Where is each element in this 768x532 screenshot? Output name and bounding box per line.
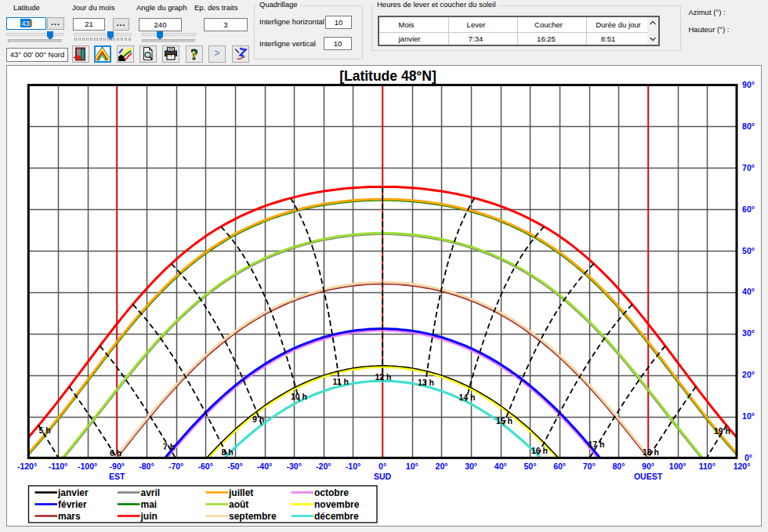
- svg-text:19 h: 19 h: [714, 426, 730, 436]
- svg-text:60°: 60°: [553, 461, 566, 471]
- svg-text:-50°: -50°: [227, 461, 242, 471]
- svg-text:110°: 110°: [699, 461, 715, 471]
- svg-text:8 h: 8 h: [222, 447, 234, 457]
- svg-text:septembre: septembre: [229, 511, 277, 522]
- svg-text:mars: mars: [58, 511, 81, 522]
- svg-text:100°: 100°: [669, 461, 686, 471]
- svg-text:-70°: -70°: [168, 461, 183, 471]
- svg-text:13 h: 13 h: [418, 378, 434, 387]
- svg-text:0°: 0°: [744, 453, 752, 462]
- svg-text:avril: avril: [141, 487, 161, 498]
- svg-text:10°: 10°: [406, 461, 418, 471]
- svg-text:-120°: -120°: [17, 461, 37, 471]
- svg-text:-10°: -10°: [346, 461, 360, 471]
- svg-text:60°: 60°: [742, 204, 755, 214]
- svg-text:30°: 30°: [742, 328, 755, 338]
- svg-text:15 h: 15 h: [496, 416, 513, 425]
- svg-text:7 h: 7 h: [163, 442, 175, 451]
- svg-text:mai: mai: [141, 499, 158, 510]
- svg-text:EST: EST: [109, 472, 125, 481]
- svg-text:12 h: 12 h: [375, 372, 392, 382]
- svg-text:OUEST: OUEST: [634, 472, 663, 481]
- svg-text:14 h: 14 h: [459, 393, 476, 402]
- svg-text:0°: 0°: [379, 461, 386, 471]
- svg-text:80°: 80°: [612, 461, 625, 471]
- svg-text:50°: 50°: [742, 246, 755, 255]
- svg-text:10 h: 10 h: [291, 392, 307, 401]
- svg-text:août: août: [229, 499, 248, 510]
- svg-text:80°: 80°: [742, 121, 755, 131]
- svg-text:-90°: -90°: [110, 461, 125, 471]
- svg-text:90°: 90°: [642, 461, 654, 471]
- svg-text:octobre: octobre: [314, 487, 349, 498]
- svg-text:20°: 20°: [436, 461, 448, 471]
- svg-text:-60°: -60°: [198, 461, 213, 471]
- svg-text:16 h: 16 h: [531, 446, 548, 455]
- svg-text:-30°: -30°: [287, 461, 302, 471]
- svg-text:9 h: 9 h: [252, 414, 264, 424]
- svg-text:17 h: 17 h: [589, 440, 605, 449]
- svg-text:juin: juin: [140, 511, 158, 522]
- svg-text:février: février: [58, 499, 87, 510]
- svg-text:70°: 70°: [742, 163, 755, 172]
- svg-text:-110°: -110°: [49, 461, 68, 471]
- svg-text:décembre: décembre: [314, 511, 359, 522]
- svg-text:6 h: 6 h: [110, 448, 121, 458]
- svg-text:juillet: juillet: [228, 487, 253, 498]
- svg-text:janvier: janvier: [57, 487, 89, 498]
- svg-text:120°: 120°: [734, 461, 751, 471]
- svg-text:novembre: novembre: [314, 499, 360, 510]
- svg-text:-20°: -20°: [316, 461, 331, 471]
- svg-text:-100°: -100°: [78, 461, 97, 471]
- svg-text:70°: 70°: [583, 461, 596, 471]
- svg-text:40°: 40°: [494, 461, 507, 471]
- svg-text:-40°: -40°: [257, 461, 272, 471]
- svg-text:30°: 30°: [465, 461, 477, 471]
- svg-text:SUD: SUD: [374, 472, 392, 481]
- svg-text:40°: 40°: [742, 287, 755, 296]
- svg-text:-80°: -80°: [139, 461, 154, 471]
- svg-text:10°: 10°: [742, 411, 755, 421]
- svg-text:11 h: 11 h: [333, 377, 349, 386]
- svg-text:[Latitude 48°N]: [Latitude 48°N]: [339, 68, 437, 84]
- svg-text:18 h: 18 h: [643, 447, 659, 457]
- svg-text:5 h: 5 h: [39, 425, 51, 435]
- svg-text:20°: 20°: [742, 370, 755, 379]
- svg-text:50°: 50°: [523, 461, 536, 471]
- svg-text:90°: 90°: [742, 80, 755, 89]
